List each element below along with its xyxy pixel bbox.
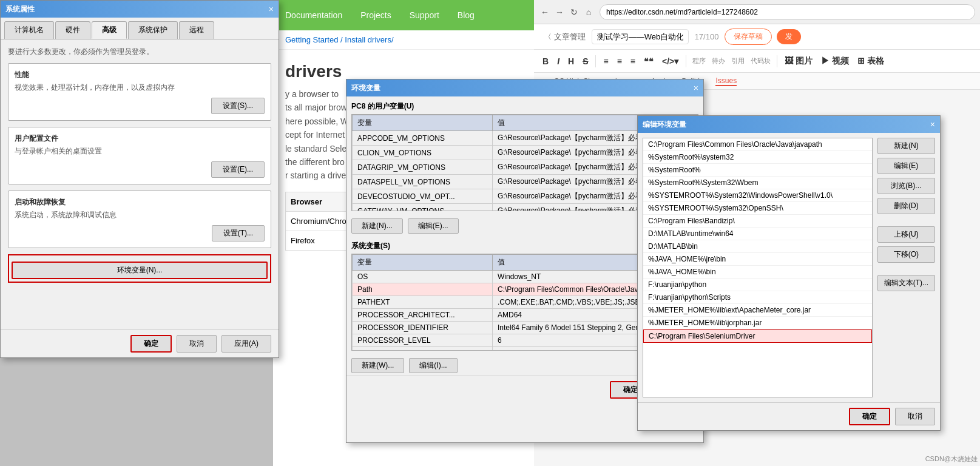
article-mgmt-link[interactable]: 〈 文章管理: [540, 32, 589, 42]
browser-top-bar: ← → ↻ ⌂: [534, 0, 980, 24]
editenv-edit-button[interactable]: 编辑(E): [877, 158, 935, 174]
editenv-list-item[interactable]: D:\MATLAB\bin: [643, 240, 872, 253]
editenv-body: C:\Program Files\Common Files\Oracle\Jav…: [638, 133, 940, 402]
ol-button[interactable]: ≡: [613, 55, 626, 67]
forward-button[interactable]: →: [553, 6, 566, 18]
feature-issues[interactable]: Issues: [715, 76, 737, 86]
watermark: CSDN@木烧娃娃: [925, 454, 978, 464]
divider2: [686, 55, 686, 67]
tab-hardware[interactable]: 硬件: [55, 21, 90, 39]
docs-nav-documentation[interactable]: Documentation: [285, 10, 342, 20]
user-new-button[interactable]: 新建(N)...: [351, 218, 403, 234]
sysprops-desc: 要进行大多数更改，你必须作为管理员登录。: [8, 47, 271, 57]
sysprops-tabs: 计算机名 硬件 高级 系统保护 远程: [1, 18, 279, 39]
startup-group: 启动和故障恢复 系统启动，系统故障和调试信息 设置(T)...: [8, 191, 271, 248]
docs-nav-support[interactable]: Support: [410, 10, 439, 20]
address-bar[interactable]: [600, 4, 975, 20]
editenv-list-item[interactable]: %SystemRoot%: [643, 164, 872, 177]
editenv-movedown-button[interactable]: 下移(O): [877, 246, 935, 263]
editenv-list-item[interactable]: %SystemRoot%\System32\Wbem: [643, 177, 872, 189]
editenv-list-item[interactable]: %SYSTEMROOT%\System32\OpenSSH\: [643, 202, 872, 215]
editenv-list-item[interactable]: %JMETER_HOME%\lib\jorphan.jar: [643, 317, 872, 329]
editenv-list-item[interactable]: %JAVA_HOME%\jre\bin: [643, 253, 872, 266]
performance-settings-button[interactable]: 设置(S)...: [211, 98, 265, 114]
user-edit-button[interactable]: 编辑(E)...: [408, 218, 459, 234]
publish-button[interactable]: 发: [777, 29, 801, 44]
performance-title: 性能: [15, 70, 265, 80]
userprofile-settings-button[interactable]: 设置(E)...: [211, 161, 265, 178]
save-draft-button[interactable]: 保存草稿: [725, 29, 772, 45]
editenv-list-item[interactable]: C:\Program Files\Bandizip\: [643, 215, 872, 228]
editenv-list[interactable]: C:\Program Files\Common Files\Oracle\Jav…: [643, 138, 873, 397]
editenv-list-item[interactable]: C:\Program Files\Common Files\Oracle\Jav…: [643, 138, 872, 151]
sys-new-button[interactable]: 新建(W)...: [351, 358, 404, 373]
editenv-list-item[interactable]: C:\Program Files\SeleniumDriver: [643, 329, 872, 343]
editenv-list-item[interactable]: %JMETER_HOME%\lib\ext\ApacheMeter_core.j…: [643, 304, 872, 317]
docs-nav-projects[interactable]: Projects: [360, 10, 391, 20]
sysprops-title: 系统属性: [5, 4, 35, 15]
csdn-toolbar: 〈 文章管理 17/100 保存草稿 发: [534, 24, 980, 50]
heading-button[interactable]: H: [564, 55, 578, 67]
video-button[interactable]: ▶ 视频: [817, 55, 853, 68]
sysprops-ok-button[interactable]: 确定: [130, 335, 172, 353]
editenv-list-item[interactable]: D:\MATLAB\runtime\win64: [643, 228, 872, 240]
article-title-input[interactable]: [592, 29, 689, 44]
word-count: 17/100: [691, 32, 723, 41]
env-vars-button[interactable]: 环境变量(N)...: [12, 262, 268, 279]
table-button[interactable]: ⊞ 表格: [854, 55, 888, 68]
editenv-list-item[interactable]: %SystemRoot%\system32: [643, 151, 872, 164]
user-var-col-name: 变量: [353, 115, 493, 131]
editenv-titlebar: 编辑环境变量 ×: [638, 116, 940, 133]
performance-group: 性能 视觉效果，处理器计划，内存使用，以及虚拟内存 设置(S)...: [8, 63, 271, 121]
sys-edit-button[interactable]: 编辑(I)...: [409, 358, 457, 373]
sysprops-cancel-button[interactable]: 取消: [177, 335, 217, 353]
editenv-close-button[interactable]: ×: [930, 120, 935, 129]
indent-button[interactable]: ≡: [627, 55, 639, 67]
editenv-footer: 确定 取消: [638, 402, 940, 430]
envvars-close-button[interactable]: ×: [694, 83, 698, 93]
editenv-edittext-button[interactable]: 编辑文本(T)...: [877, 275, 935, 291]
editenv-action-btns: 新建(N) 编辑(E) 浏览(B)... 删除(D) 上移(U) 下移(O) 编…: [877, 133, 940, 402]
docs-breadcrumb: Getting Started / Install drivers/: [273, 30, 540, 50]
code-button[interactable]: </>▾: [658, 55, 682, 67]
editenv-list-item[interactable]: %JAVA_HOME%\bin: [643, 266, 872, 279]
tab-systemprotection[interactable]: 系统保护: [128, 21, 178, 39]
editor-toolbar: B I H S ≡ ≡ ≡ ❝❝ </>▾ 程序 待办 引用 代码块 🖼 图片 …: [534, 50, 980, 73]
sysprops-titlebar: 系统属性 ×: [1, 1, 279, 18]
userprofile-group: 用户配置文件 与登录帐户相关的桌面设置 设置(E)...: [8, 127, 271, 184]
editenv-list-item[interactable]: F:\ruanjian\python\Scripts: [643, 291, 872, 304]
sysprops-footer: 确定 取消 应用(A): [1, 329, 279, 357]
sysprops-apply-button[interactable]: 应用(A): [221, 335, 271, 353]
editenv-browse-button[interactable]: 浏览(B)...: [877, 178, 935, 194]
tab-computername[interactable]: 计算机名: [4, 21, 54, 39]
userprofile-desc: 与登录帐户相关的桌面设置: [15, 146, 265, 157]
envvars-title: 环境变量: [351, 83, 380, 93]
editenv-list-item[interactable]: F:\ruanjian\python: [643, 279, 872, 291]
image-button[interactable]: 🖼 图片: [781, 55, 816, 68]
italic-button[interactable]: I: [553, 55, 563, 67]
home-button[interactable]: ⌂: [583, 6, 595, 18]
editenv-new-button[interactable]: 新建(N): [877, 138, 935, 154]
breadcrumb-link[interactable]: Getting Started: [285, 35, 338, 44]
editenv-delete-button[interactable]: 删除(D): [877, 198, 935, 214]
sysprops-close-button[interactable]: ×: [269, 4, 274, 14]
bold-button[interactable]: B: [539, 55, 552, 67]
strikethrough-button[interactable]: S: [579, 55, 592, 67]
tab-advanced[interactable]: 高级: [92, 21, 127, 39]
editenv-ok-button[interactable]: 确定: [849, 408, 890, 425]
ul-button[interactable]: ≡: [600, 55, 612, 67]
quote-button[interactable]: ❝❝: [640, 55, 657, 67]
editenv-title: 编辑环境变量: [643, 120, 686, 130]
editor-label-program: 程序: [690, 56, 708, 66]
back-button[interactable]: ←: [539, 6, 551, 18]
refresh-button[interactable]: ↻: [568, 6, 580, 18]
editor-label-code: 代码块: [748, 56, 773, 66]
startup-settings-button[interactable]: 设置(T)...: [212, 225, 265, 241]
envvars-titlebar: 环境变量 ×: [346, 79, 703, 96]
editenv-list-item[interactable]: %SYSTEMROOT%\System32\WindowsPowerShell\…: [643, 189, 872, 202]
screen: Documentation Projects Support Blog Gett…: [0, 0, 980, 466]
editenv-moveup-button[interactable]: 上移(U): [877, 226, 935, 243]
tab-remote[interactable]: 远程: [179, 21, 214, 39]
editenv-cancel-button[interactable]: 取消: [895, 408, 935, 425]
docs-nav-blog[interactable]: Blog: [458, 10, 475, 20]
